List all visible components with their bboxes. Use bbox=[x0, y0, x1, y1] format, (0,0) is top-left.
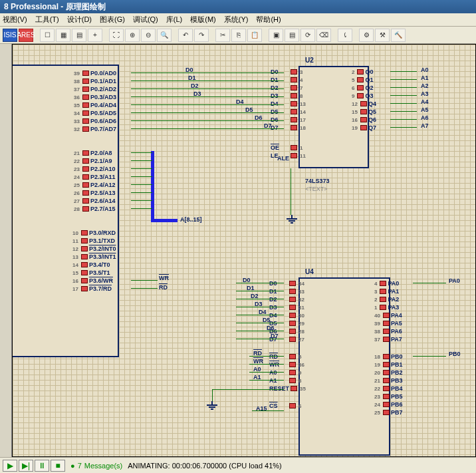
schematic: P0.0/AD039P0.1/AD138P0.2/AD237P0.3/AD336… bbox=[13, 45, 475, 456]
pin-pad bbox=[360, 125, 367, 130]
pin-number: 14 bbox=[72, 262, 78, 268]
pin-number: 16 bbox=[352, 117, 358, 123]
pin-name: Q0 bbox=[365, 69, 384, 75]
menu-help[interactable]: 帮助(H) bbox=[256, 15, 281, 25]
redo-icon[interactable]: ↷ bbox=[194, 29, 209, 42]
cpu-p3-7: P3.7/RD17 bbox=[71, 285, 112, 292]
cpu-p3-1: P3.1/TXD11 bbox=[71, 237, 115, 244]
u2-left-7: D718 bbox=[271, 124, 307, 131]
pin-number: 4 bbox=[374, 281, 377, 287]
netlabel-wr: WR bbox=[159, 275, 169, 281]
block-delete-icon[interactable]: ⌫ bbox=[316, 29, 331, 42]
add-icon[interactable]: + bbox=[88, 29, 102, 42]
u2-textph: <TEXT> bbox=[305, 186, 328, 192]
paste-icon[interactable]: 📋 bbox=[247, 29, 262, 42]
pin-number: 25 bbox=[374, 410, 380, 416]
pin-pad bbox=[82, 71, 89, 76]
u2-left-3: D38 bbox=[271, 92, 304, 99]
menu-tool[interactable]: 工具(T) bbox=[35, 15, 59, 25]
menu-lib[interactable]: 库(L) bbox=[166, 15, 182, 25]
tools2-icon[interactable]: ⚒ bbox=[375, 29, 390, 42]
netlabel-d5: D5 bbox=[245, 106, 253, 113]
file-icon[interactable]: ☐ bbox=[40, 29, 55, 42]
ares-icon[interactable]: ARES bbox=[19, 29, 33, 42]
wire-d1 bbox=[131, 80, 284, 81]
zoom-area-icon[interactable]: 🔍 bbox=[157, 29, 172, 42]
netlabel-u4d3: D3 bbox=[255, 301, 263, 307]
netlabel-pa0: PA0 bbox=[449, 277, 460, 284]
play-button[interactable]: ▶ bbox=[3, 460, 17, 472]
block-rotate-icon[interactable]: ⟳ bbox=[300, 29, 315, 42]
message-status[interactable]: ● 7 Message(s) bbox=[70, 462, 122, 470]
menu-debug[interactable]: 调试(Q) bbox=[133, 15, 158, 25]
zoom-fit-icon[interactable]: ⛶ bbox=[109, 29, 124, 42]
hammer-icon[interactable]: 🔨 bbox=[391, 29, 406, 42]
zoom-out-icon[interactable]: ⊖ bbox=[141, 29, 156, 42]
pin-name: P0.0/AD0 bbox=[90, 70, 116, 77]
left-panel bbox=[0, 44, 12, 457]
layers-icon[interactable]: ▤ bbox=[72, 29, 86, 42]
block-move-icon[interactable]: ▤ bbox=[285, 29, 299, 42]
pin-number: 32 bbox=[74, 126, 80, 132]
u4-right-1: PA13 bbox=[373, 288, 406, 295]
pin-name: PB1 bbox=[391, 361, 410, 368]
wire-u4d2 bbox=[236, 299, 284, 299]
pin-name: PA7 bbox=[391, 336, 410, 343]
menu-view[interactable]: 视图(V) bbox=[3, 15, 27, 25]
grid-icon[interactable]: ▦ bbox=[56, 29, 70, 42]
pin-pad bbox=[357, 93, 364, 98]
schematic-canvas[interactable]: P0.0/AD039P0.1/AD138P0.2/AD237P0.3/AD336… bbox=[12, 44, 476, 457]
wire-ale-v bbox=[291, 168, 291, 215]
wire-reset bbox=[212, 389, 284, 390]
netlabel-u4d7: D7 bbox=[271, 333, 279, 339]
isis-icon[interactable]: ISIS bbox=[3, 29, 17, 42]
wire-p2-6 bbox=[131, 200, 152, 201]
pin-pad bbox=[291, 117, 297, 122]
pin-name: P2.0/A8 bbox=[90, 150, 112, 156]
cut-icon[interactable]: ✂ bbox=[215, 29, 230, 42]
pin-number: 36 bbox=[74, 94, 80, 100]
pin-pad bbox=[81, 278, 88, 283]
tools1-icon[interactable]: ⚙ bbox=[359, 29, 374, 42]
pin-number: 21 bbox=[374, 378, 380, 384]
block-copy-icon[interactable]: ▣ bbox=[269, 29, 283, 42]
menu-sys[interactable]: 系统(Y) bbox=[224, 15, 249, 25]
zoom-in-icon[interactable]: ⊕ bbox=[125, 29, 140, 42]
u4-right-3: PA31 bbox=[373, 304, 406, 311]
cpu-p0-6: P0.6/AD633 bbox=[72, 118, 116, 124]
copy-icon[interactable]: ⎘ bbox=[231, 29, 246, 42]
pin-pad bbox=[291, 153, 297, 158]
netlabel-a15: A15 bbox=[256, 405, 267, 412]
pin-number: 24 bbox=[374, 402, 380, 408]
pick-icon[interactable]: ⤹ bbox=[338, 29, 352, 42]
menu-design[interactable]: 设计(D) bbox=[67, 15, 92, 25]
pin-name: PB7 bbox=[391, 409, 410, 416]
pin-name: D5 bbox=[271, 108, 289, 115]
undo-icon[interactable]: ↶ bbox=[178, 29, 193, 42]
pin-pad bbox=[380, 281, 386, 286]
menu-graph[interactable]: 图表(G) bbox=[100, 15, 125, 25]
pin-name: D4 bbox=[271, 100, 289, 107]
pin-number: 15 bbox=[352, 109, 358, 115]
cpu-p0-1: P0.1/AD138 bbox=[72, 78, 116, 84]
pause-button[interactable]: ⏸ bbox=[35, 460, 49, 472]
pin-name: Q5 bbox=[368, 108, 387, 115]
netlabel-u4d5: D5 bbox=[263, 317, 271, 323]
pin-number: 37 bbox=[74, 86, 80, 92]
wire-a2 bbox=[390, 87, 417, 88]
menu-tpl[interactable]: 模版(M) bbox=[190, 15, 216, 25]
step-button[interactable]: ▶| bbox=[19, 460, 33, 472]
pin-name: WR bbox=[269, 361, 288, 368]
pin-number: 27 bbox=[298, 337, 304, 343]
pin-name: P0.2/AD2 bbox=[90, 86, 116, 92]
stop-button[interactable]: ■ bbox=[51, 460, 65, 472]
u4-right-2: PA22 bbox=[373, 296, 406, 303]
netlabel-d0: D0 bbox=[185, 67, 193, 73]
pin-name: D2 bbox=[269, 296, 288, 303]
pin-pad bbox=[82, 206, 89, 212]
pin-pad bbox=[383, 329, 390, 334]
pin-name: P3.1/TXD bbox=[89, 237, 115, 244]
u4-left-2: D232 bbox=[269, 296, 306, 303]
u2-left-2: D27 bbox=[271, 84, 304, 91]
cpu-p3-3: P3.3/INT113 bbox=[71, 253, 116, 260]
